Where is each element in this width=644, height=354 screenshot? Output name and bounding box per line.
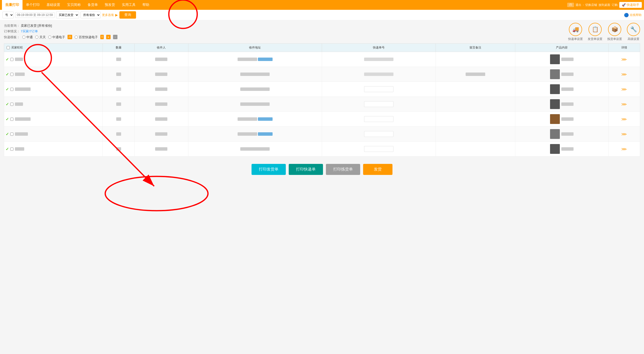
print-delivery-btn[interactable]: 打印发货单 — [252, 164, 286, 175]
cell-receiver-3 — [134, 97, 188, 112]
more-options-link[interactable]: 更多选项 — [102, 13, 114, 17]
nav-presend[interactable]: 预发货 — [101, 0, 118, 10]
nav-stock[interactable]: 备货单 — [84, 0, 101, 10]
product-name-6 — [561, 147, 574, 151]
expand-icon-3[interactable]: ⋙ — [621, 102, 627, 106]
nav-single-print[interactable]: 单个打印 — [22, 0, 43, 10]
logout-link[interactable]: 退出 — [576, 3, 581, 7]
user-name: iTi — [567, 3, 574, 7]
cell-address-3 — [188, 97, 322, 112]
cell-tracking-0[interactable] — [322, 52, 436, 67]
verified-icon: ✓ — [6, 72, 9, 77]
quantity-val — [116, 117, 121, 121]
cell-detail-1[interactable]: ⋙ — [608, 67, 640, 82]
col-header-receiver: 收件人 — [134, 44, 188, 52]
template-zhongtong-e[interactable]: 中通电子 — [48, 34, 65, 40]
province-select[interactable]: 所有省份 — [80, 12, 100, 18]
advanced-settings-btn[interactable]: 🔧 高级设置 — [627, 23, 640, 41]
ship-btn[interactable]: 发货 — [363, 164, 392, 175]
expand-icon-6[interactable]: ⋙ — [621, 147, 627, 151]
address-highlight — [258, 132, 272, 136]
row-checkbox-0[interactable] — [10, 58, 14, 61]
desktop-link[interactable]: 放到桌面 — [598, 3, 610, 7]
cell-detail-2[interactable]: ⋙ — [608, 82, 640, 97]
product-name-0 — [561, 58, 574, 61]
expand-icon-4[interactable]: ⋙ — [621, 117, 627, 121]
print-express-btn[interactable]: 打印快递单 — [289, 164, 323, 175]
cell-tracking-5[interactable] — [322, 127, 436, 142]
express-settings-btn[interactable]: 🚚 快递单设置 — [568, 23, 583, 41]
table-row: ✓ ⋙ — [4, 142, 640, 156]
cell-detail-4[interactable]: ⋙ — [608, 112, 640, 127]
template-tiantian[interactable]: 天天 — [35, 34, 46, 40]
nav-product-name[interactable]: 宝贝简称 — [64, 0, 84, 10]
order-status-label: 订单情况： — [4, 29, 20, 33]
cell-address-0 — [188, 52, 322, 67]
express-icon: 🚚 — [569, 23, 582, 36]
pick-settings-btn[interactable]: 📦 拣货单设置 — [607, 23, 622, 41]
row-checkbox-2[interactable] — [10, 88, 14, 91]
order-link[interactable]: 订购 — [612, 3, 618, 7]
verified-icon: ✓ — [6, 132, 9, 136]
order-status-value[interactable]: 7买家/7订单 — [21, 29, 38, 33]
nav-batch-print[interactable]: 批量打印 — [2, 0, 22, 10]
cell-address-1 — [188, 67, 322, 82]
cell-tracking-2[interactable] — [322, 82, 436, 97]
row-checkbox-1[interactable] — [10, 73, 14, 76]
query-button[interactable]: 查询 — [120, 11, 136, 19]
online-help-link[interactable]: 🔵 在线帮助 — [624, 13, 642, 17]
cell-detail-0[interactable]: ⋙ — [608, 52, 640, 67]
tracking-input-4[interactable] — [364, 116, 394, 122]
expand-icon-1[interactable]: ⋙ — [621, 72, 627, 76]
cell-detail-3[interactable]: ⋙ — [608, 97, 640, 112]
template-baishi[interactable]: 百世快递电子 — [75, 34, 98, 40]
expand-icon-5[interactable]: ⋙ — [621, 132, 627, 136]
address-highlight — [258, 58, 272, 61]
nav-help[interactable]: 帮助 — [139, 0, 153, 10]
template-zhongtong[interactable]: 中通 — [22, 34, 33, 40]
tracking-input-3[interactable] — [364, 101, 394, 107]
bottom-bar: 打印发货单 打印快递单 打印拣货单 发货 — [0, 159, 644, 182]
pick-icon: 📦 — [608, 23, 621, 36]
cell-detail-6[interactable]: ⋙ — [608, 142, 640, 156]
table-row: ✓ ⋙ — [4, 52, 640, 67]
product-thumb-2 — [550, 84, 560, 94]
tracking-input-6[interactable] — [364, 146, 394, 152]
current-query-label: 当前查询： — [4, 24, 20, 28]
row-checkbox-3[interactable] — [10, 103, 14, 106]
assistant-btn[interactable]: 🚀 快递助手 — [619, 2, 642, 8]
cell-tracking-3[interactable] — [322, 97, 436, 112]
delivery-settings-btn[interactable]: 📋 发货单设置 — [588, 23, 602, 41]
select-all-checkbox[interactable] — [6, 46, 10, 49]
row-checkbox-6[interactable] — [10, 147, 14, 151]
cell-tracking-1[interactable] — [322, 67, 436, 82]
cell-product-1 — [515, 67, 608, 82]
cell-wangwang-5: ✓ — [4, 127, 103, 142]
product-name-1 — [561, 73, 574, 76]
tracking-input-2[interactable] — [364, 86, 394, 92]
cell-tracking-4[interactable] — [322, 112, 436, 127]
address-val — [238, 132, 257, 136]
nav-tools[interactable]: 实用工具 — [118, 0, 139, 10]
switch-store-btn[interactable]: 切换店铺 — [585, 3, 597, 7]
tracking-input-5[interactable] — [364, 131, 394, 137]
table-row: ✓ ⋙ — [4, 67, 640, 82]
status-select[interactable]: 买家已发货 — [56, 12, 79, 18]
add-template-btn[interactable]: + — [106, 35, 110, 39]
row-checkbox-4[interactable] — [10, 118, 14, 121]
print-pick-btn[interactable]: 打印拣货单 — [326, 164, 360, 175]
nav-basic-settings[interactable]: 基础设置 — [43, 0, 64, 10]
cell-address-6 — [188, 142, 322, 156]
expand-icon-2[interactable]: ⋙ — [621, 87, 627, 91]
cell-remark-6 — [436, 142, 515, 156]
product-thumb-3 — [550, 99, 560, 109]
switch-store-link[interactable]: - — [583, 3, 584, 7]
remove-template-btn[interactable]: - — [113, 35, 118, 39]
expand-icon-0[interactable]: ⋙ — [621, 57, 627, 62]
row-checkbox-5[interactable] — [10, 132, 14, 136]
nav-right: iTi 退出 - 切换店铺 放到桌面 订购 🚀 快递助手 — [567, 2, 642, 8]
date-selector[interactable]: 号 日 — [2, 12, 14, 18]
right-icon-buttons: 🚚 快递单设置 📋 发货单设置 📦 拣货单设置 🔧 高级设置 — [568, 23, 640, 41]
cell-tracking-6[interactable] — [322, 142, 436, 156]
cell-detail-5[interactable]: ⋙ — [608, 127, 640, 142]
